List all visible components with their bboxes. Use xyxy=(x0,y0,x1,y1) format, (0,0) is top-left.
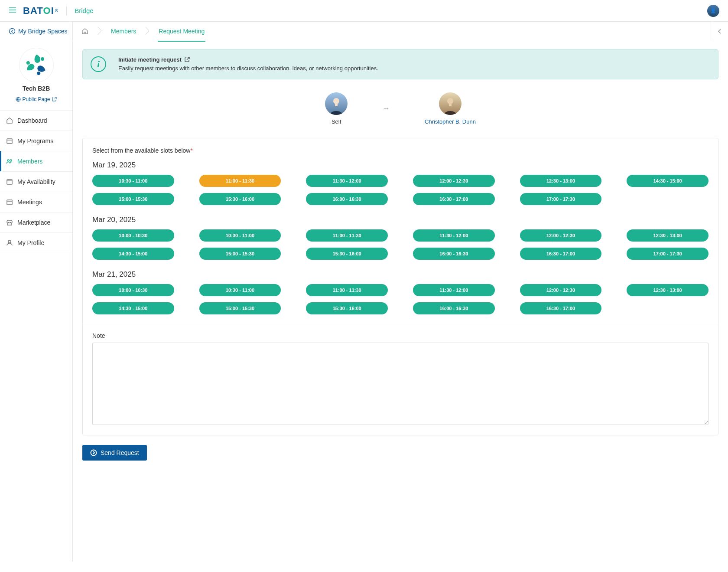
collapse-toggle[interactable] xyxy=(711,22,728,41)
svg-rect-8 xyxy=(7,180,12,184)
time-slot[interactable]: 14:30 - 15:00 xyxy=(627,175,708,187)
nav-profile[interactable]: My Profile xyxy=(0,232,72,253)
other-name[interactable]: Christopher B. Dunn xyxy=(425,118,476,125)
time-slot[interactable]: 12:00 - 12:30 xyxy=(413,175,495,187)
time-slot[interactable]: 12:30 - 13:00 xyxy=(520,175,602,187)
nav-meetings[interactable]: Meetings xyxy=(0,192,72,212)
sep xyxy=(66,6,67,16)
users-icon xyxy=(6,158,13,165)
time-slot[interactable]: 17:00 - 17:30 xyxy=(627,248,708,260)
banner-desc: Easily request meetings with other membe… xyxy=(118,65,378,72)
time-slot[interactable]: 12:00 - 12:30 xyxy=(520,229,602,242)
home-icon xyxy=(6,117,13,124)
home-icon xyxy=(81,28,88,35)
time-slot[interactable]: 12:00 - 12:30 xyxy=(520,284,602,296)
breadcrumb-home[interactable] xyxy=(73,22,97,41)
svg-point-15 xyxy=(91,450,97,456)
back-link[interactable]: My Bridge Spaces xyxy=(0,22,73,41)
external-link-icon[interactable] xyxy=(184,57,190,62)
banner-title: Initiate meeting request xyxy=(118,56,182,63)
time-slot[interactable]: 10:00 - 10:30 xyxy=(92,229,174,242)
note-label: Note xyxy=(92,332,708,339)
nav-members[interactable]: Members xyxy=(0,151,72,171)
calendar-icon xyxy=(6,199,13,206)
time-slot[interactable]: 10:30 - 11:00 xyxy=(92,175,174,187)
time-slot[interactable]: 10:30 - 11:00 xyxy=(199,229,281,242)
day-title: Mar 21, 2025 xyxy=(92,270,708,279)
time-slot[interactable]: 16:30 - 17:00 xyxy=(520,248,602,260)
info-banner: i Initiate meeting request Easily reques… xyxy=(82,49,718,79)
subheader: My Bridge Spaces Members Request Meeting xyxy=(0,22,728,41)
time-slot[interactable]: 16:00 - 16:30 xyxy=(413,302,495,314)
arrow-circle-icon xyxy=(90,449,97,456)
nav-availability[interactable]: My Availability xyxy=(0,171,72,192)
space-logo-icon xyxy=(24,53,49,77)
time-slot[interactable]: 11:30 - 12:00 xyxy=(413,229,495,242)
svg-rect-12 xyxy=(335,104,338,106)
breadcrumbs: Members Request Meeting xyxy=(73,22,213,41)
nav-marketplace[interactable]: Marketplace xyxy=(0,212,72,232)
menu-toggle[interactable] xyxy=(9,6,16,15)
topbar: BATOI® Bridge 👤 xyxy=(0,0,728,22)
calendar-icon xyxy=(6,178,13,185)
time-slot[interactable]: 15:30 - 16:00 xyxy=(306,248,388,260)
time-slot[interactable]: 10:30 - 11:00 xyxy=(199,284,281,296)
time-slot[interactable]: 17:00 - 17:30 xyxy=(520,193,602,205)
time-slot[interactable]: 11:00 - 11:30 xyxy=(306,284,388,296)
time-slot[interactable]: 15:00 - 15:30 xyxy=(92,193,174,205)
svg-rect-14 xyxy=(449,104,452,106)
svg-rect-5 xyxy=(7,139,12,144)
chevron-right-icon xyxy=(97,26,102,36)
svg-point-11 xyxy=(333,98,339,104)
time-slot[interactable]: 15:30 - 16:00 xyxy=(199,193,281,205)
time-slot[interactable]: 11:00 - 11:30 xyxy=(199,175,281,187)
svg-point-2 xyxy=(36,71,41,76)
time-slot[interactable]: 16:30 - 17:00 xyxy=(520,302,602,314)
day-title: Mar 19, 2025 xyxy=(92,161,708,170)
product-name[interactable]: Bridge xyxy=(75,7,93,14)
participants: Self → Christopher B. Dunn xyxy=(82,92,718,125)
info-icon: i xyxy=(91,56,106,72)
send-request-button[interactable]: Send Request xyxy=(82,445,147,461)
content: i Initiate meeting request Easily reques… xyxy=(73,41,728,562)
participant-self: Self xyxy=(325,92,348,125)
svg-point-1 xyxy=(41,57,44,61)
svg-rect-9 xyxy=(7,200,12,205)
time-slot[interactable]: 15:00 - 15:30 xyxy=(199,248,281,260)
time-slot[interactable]: 12:30 - 13:00 xyxy=(627,229,708,242)
user-icon xyxy=(6,239,13,246)
time-slot[interactable]: 15:00 - 15:30 xyxy=(199,302,281,314)
time-slot[interactable]: 16:30 - 17:00 xyxy=(413,193,495,205)
brand-logo[interactable]: BATOI® xyxy=(23,5,58,16)
store-icon xyxy=(6,219,13,226)
participant-other: Christopher B. Dunn xyxy=(425,92,476,125)
back-arrow-icon xyxy=(9,28,16,35)
time-slot[interactable]: 14:30 - 15:00 xyxy=(92,248,174,260)
user-avatar[interactable]: 👤 xyxy=(707,5,719,17)
note-input[interactable] xyxy=(92,343,708,425)
chevron-right-icon xyxy=(145,26,150,36)
breadcrumb-request-meeting: Request Meeting xyxy=(150,22,213,41)
time-slot[interactable]: 16:00 - 16:30 xyxy=(306,193,388,205)
breadcrumb-members[interactable]: Members xyxy=(102,22,145,41)
time-slot[interactable]: 11:30 - 12:00 xyxy=(306,175,388,187)
calendar-icon xyxy=(6,137,13,144)
external-link-icon xyxy=(52,97,57,102)
chevron-left-icon xyxy=(718,29,722,34)
time-slot[interactable]: 16:00 - 16:30 xyxy=(413,248,495,260)
svg-point-6 xyxy=(7,160,9,161)
self-label: Self xyxy=(332,118,341,125)
time-slot[interactable]: 11:00 - 11:30 xyxy=(306,229,388,242)
svg-point-7 xyxy=(10,160,12,161)
hamburger-icon xyxy=(9,6,16,14)
time-slot[interactable]: 12:30 - 13:00 xyxy=(627,284,708,296)
time-slot[interactable]: 14:30 - 15:00 xyxy=(92,302,174,314)
time-slot[interactable]: 15:30 - 16:00 xyxy=(306,302,388,314)
nav-programs[interactable]: My Programs xyxy=(0,131,72,151)
time-slot[interactable]: 11:30 - 12:00 xyxy=(413,284,495,296)
svg-point-0 xyxy=(10,29,15,34)
public-page-link[interactable]: Public Page xyxy=(0,96,72,102)
arrow-right-icon: → xyxy=(382,104,390,113)
nav-dashboard[interactable]: Dashboard xyxy=(0,110,72,131)
time-slot[interactable]: 10:00 - 10:30 xyxy=(92,284,174,296)
